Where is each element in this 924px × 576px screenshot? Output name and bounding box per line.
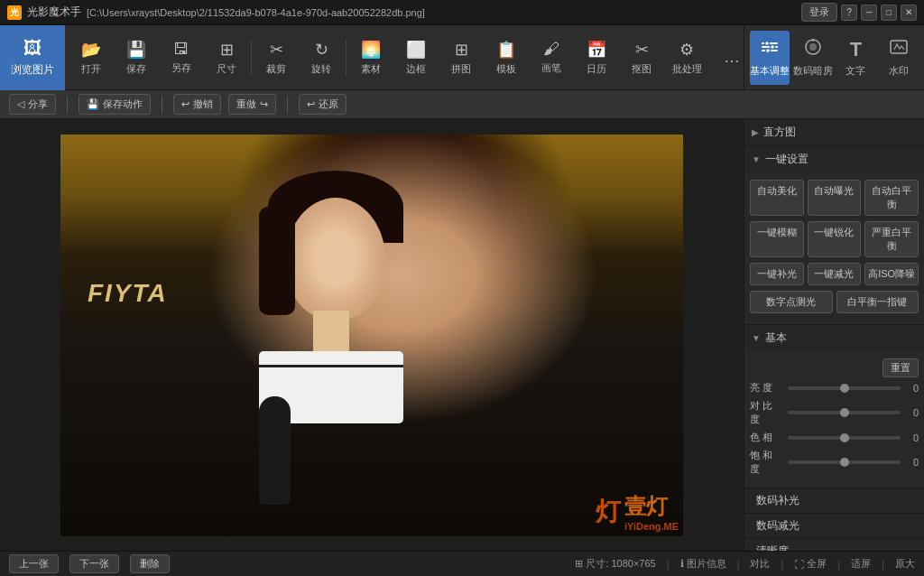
delete-button[interactable]: 删除	[130, 554, 170, 573]
brightness-thumb[interactable]	[840, 384, 849, 393]
microphone	[259, 396, 291, 505]
btn-digital-spot[interactable]: 数字点测光	[750, 291, 833, 313]
btn-auto-whitebalance[interactable]: 自动白平衡	[864, 180, 919, 216]
watermark-icon	[889, 37, 909, 61]
fullscreen-icon: ⛶	[794, 559, 804, 570]
tool-capture[interactable]: ✂ 抠图	[619, 31, 664, 85]
histogram-header[interactable]: 直方图	[744, 119, 924, 145]
fullscreen-btn[interactable]: ⛶ 全屏	[794, 557, 827, 571]
save-action-button[interactable]: 💾 保存动作	[79, 94, 151, 115]
dress-stripe	[259, 365, 403, 367]
batch-icon: ⚙	[679, 40, 694, 60]
btn-fill-light[interactable]: 一键补光	[750, 263, 804, 285]
digital-fillight-section[interactable]: 数码补光	[744, 488, 924, 514]
rtool-watermark[interactable]: 水印	[879, 31, 919, 85]
fiyta-text: FIYTA	[88, 279, 168, 308]
tool-collage[interactable]: ⊞ 拼图	[439, 31, 484, 85]
tool-batch[interactable]: ⚙ 批处理	[664, 31, 709, 85]
tool-template[interactable]: 📋 模板	[484, 31, 529, 85]
tool-calendar[interactable]: 📅 日历	[574, 31, 619, 85]
svg-point-4	[770, 45, 774, 50]
toolbar-separator-2	[346, 40, 346, 76]
watermark-site: iYiDeng.ME	[624, 521, 679, 532]
status-sep-4: |	[837, 559, 840, 570]
rtool-darkroom[interactable]: 数码暗房	[793, 31, 833, 85]
tool-crop[interactable]: ✂ 裁剪	[254, 31, 299, 85]
save-icon: 💾	[126, 40, 146, 60]
rtool-text[interactable]: T 文字	[836, 31, 875, 85]
brightness-track[interactable]	[788, 386, 901, 390]
status-sep-3: |	[781, 559, 783, 570]
onekey-grid-1: 自动美化 自动曝光 自动白平衡	[750, 180, 919, 216]
tool-rotate[interactable]: ↻ 旋转	[299, 31, 344, 85]
tool-border[interactable]: ⬜ 边框	[393, 31, 439, 85]
slider-contrast: 对 比 度 0	[750, 399, 919, 426]
darkroom-icon	[803, 37, 823, 61]
undo-button[interactable]: ↩ 撤销	[173, 94, 221, 115]
signin-button[interactable]: 登录	[801, 3, 837, 22]
rtool-basic[interactable]: 基本调整	[750, 31, 790, 85]
tool-paint[interactable]: 🖌 画笔	[529, 31, 574, 85]
redo-button[interactable]: 重做 ↪	[228, 94, 276, 115]
digital-reduce-section[interactable]: 数码减光	[744, 514, 924, 539]
svg-point-3	[764, 42, 769, 46]
maximize-button[interactable]: □	[881, 5, 897, 21]
tool-saveas[interactable]: 🖫 另存	[159, 31, 204, 85]
status-sep-5: |	[882, 559, 884, 570]
hue-thumb[interactable]	[840, 433, 849, 442]
size-icon: ⊞	[575, 558, 583, 570]
contrast-thumb[interactable]	[840, 408, 849, 417]
btn-wb-one-finger[interactable]: 白平衡一指键	[836, 291, 919, 313]
image-area: FIYTA 灯 壹灯 iYiDeng.ME	[0, 119, 744, 551]
btn-auto-beautify[interactable]: 自动美化	[750, 180, 804, 216]
tool-open[interactable]: 📂 打开	[69, 31, 114, 85]
person-figure	[241, 171, 421, 423]
watermark-lamp-icon: 灯	[596, 495, 621, 529]
close-button[interactable]: ✕	[901, 5, 917, 21]
text-icon: T	[850, 38, 862, 61]
saturation-track[interactable]	[788, 460, 901, 464]
btn-heavy-whitebalance[interactable]: 严重白平衡	[864, 221, 919, 257]
tool-save[interactable]: 💾 保存	[114, 31, 159, 85]
help-button[interactable]: ?	[841, 5, 857, 21]
btn-onekey-sharpen[interactable]: 一键锐化	[808, 221, 862, 257]
tool-items: 📂 打开 💾 保存 🖫 另存 ⊞ 尺寸 ✂ 裁剪 ↻ 旋转 🌅 素材	[65, 25, 758, 89]
clarity-section[interactable]: 清晰度	[744, 539, 924, 551]
share-button[interactable]: ◁ 分享	[9, 94, 56, 115]
app-name: 光影魔术手	[27, 5, 81, 20]
right-panel: 直方图 一键设置 自动美化 自动曝光 自动白平衡 一键模糊 一键锐化 严重白平衡	[744, 119, 924, 551]
btn-onekey-blur[interactable]: 一键模糊	[750, 221, 804, 257]
onekey-header[interactable]: 一键设置	[744, 146, 924, 172]
svg-rect-8	[812, 39, 814, 42]
reset-button[interactable]: 重置	[882, 358, 919, 377]
original-size-btn[interactable]: 原大	[895, 557, 915, 571]
next-button[interactable]: 下一张	[69, 554, 119, 573]
tool-size[interactable]: ⊞ 尺寸	[204, 31, 249, 85]
minimize-button[interactable]: ─	[861, 5, 877, 21]
btn-reduce-light[interactable]: 一键减光	[808, 263, 862, 285]
btn-auto-exposure[interactable]: 自动曝光	[808, 180, 862, 216]
btn-high-iso[interactable]: 高ISO降噪	[864, 263, 919, 285]
tool-material[interactable]: 🌅 素材	[348, 31, 393, 85]
browse-label: 浏览图片	[11, 62, 54, 78]
slider-saturation: 饱 和 度 0	[750, 449, 919, 476]
prev-button[interactable]: 上一张	[9, 554, 59, 573]
crop-icon: ✂	[270, 40, 283, 60]
action-separator-3	[287, 96, 288, 114]
saturation-thumb[interactable]	[840, 458, 849, 467]
rotate-icon: ↻	[315, 40, 328, 60]
browse-button[interactable]: 🖼 浏览图片	[0, 25, 65, 90]
contrast-track[interactable]	[788, 411, 901, 414]
hue-track[interactable]	[788, 436, 901, 440]
border-icon: ⬜	[406, 40, 426, 60]
image-info[interactable]: ℹ 图片信息	[680, 557, 726, 571]
basic-header[interactable]: 基本	[744, 325, 924, 351]
compare-btn[interactable]: 对比	[750, 557, 770, 571]
file-path: [C:\Users\xrayst\Desktop\2/11532da9-b078…	[87, 7, 425, 18]
history-icon: ↩	[307, 98, 315, 110]
right-panel-tools: 基本调整 数码暗房 T 文字 水印	[744, 25, 924, 90]
info-icon: ℹ	[680, 558, 684, 570]
onekey-grid-2: 一键模糊 一键锐化 严重白平衡	[750, 221, 919, 257]
history-button[interactable]: ↩ 还原	[299, 94, 346, 115]
fit-screen-btn[interactable]: 适屏	[851, 557, 871, 571]
